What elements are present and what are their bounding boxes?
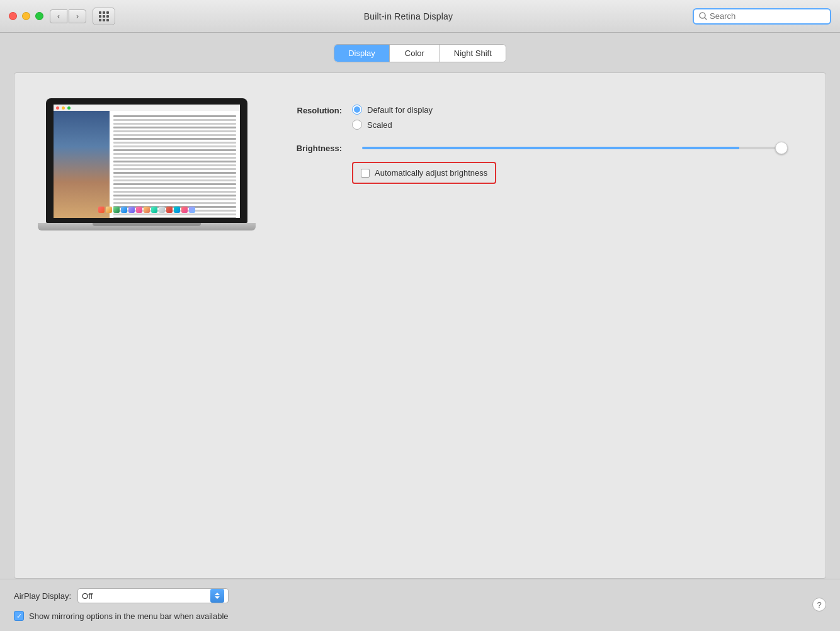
- dock-icon: [189, 207, 195, 213]
- auto-brightness-label: Automatically adjust brightness: [375, 168, 487, 178]
- brightness-slider-container[interactable]: [362, 147, 781, 149]
- menu-dot-green: [67, 106, 71, 110]
- dock-icon: [106, 207, 112, 213]
- window-title: Built-in Retina Display: [124, 11, 693, 21]
- traffic-lights: [9, 12, 43, 20]
- dock-icon: [121, 207, 127, 213]
- resolution-scaled-radio[interactable]: [352, 120, 362, 130]
- brightness-slider-track[interactable]: [362, 147, 781, 149]
- screen-main: [110, 111, 240, 218]
- dock-icon: [181, 207, 188, 213]
- resolution-scaled-label: Scaled: [367, 120, 392, 130]
- resolution-scaled-option[interactable]: Scaled: [352, 120, 433, 130]
- grid-icon: [99, 11, 109, 21]
- dock-icon: [98, 207, 105, 213]
- brightness-label: Brightness:: [273, 142, 342, 153]
- display-panel: Resolution: Default for display Scaled B…: [14, 72, 826, 579]
- dock-icon: [128, 207, 135, 213]
- back-button[interactable]: ‹: [50, 9, 67, 23]
- search-input[interactable]: [710, 11, 825, 21]
- laptop-dock: [54, 205, 240, 214]
- mirroring-label: Show mirroring options in the menu bar w…: [29, 611, 229, 621]
- settings-panel: Resolution: Default for display Scaled B…: [254, 92, 800, 196]
- screen-sidebar: [54, 111, 110, 218]
- dock-icon: [144, 207, 150, 213]
- airplay-select[interactable]: Off: [77, 588, 229, 603]
- dock-icon: [159, 207, 165, 213]
- resolution-radio-group: Default for display Scaled: [352, 105, 433, 130]
- tabs-container: Display Color Night Shift: [334, 44, 506, 62]
- airplay-label: AirPlay Display:: [14, 591, 71, 601]
- dock-icon: [174, 207, 180, 213]
- search-box[interactable]: [693, 8, 831, 25]
- menu-dot-yellow: [62, 106, 65, 110]
- laptop: [46, 98, 247, 230]
- screen-content: [54, 111, 240, 218]
- resolution-default-option[interactable]: Default for display: [352, 105, 433, 115]
- forward-button[interactable]: ›: [69, 9, 86, 23]
- laptop-foot: [93, 223, 201, 226]
- auto-brightness-checkbox[interactable]: [361, 169, 370, 178]
- tab-color[interactable]: Color: [390, 45, 440, 62]
- resolution-default-label: Default for display: [367, 105, 433, 115]
- minimize-button[interactable]: [22, 12, 30, 20]
- mirroring-checkbox[interactable]: ✓: [14, 611, 24, 621]
- laptop-base: [38, 223, 256, 230]
- nav-buttons: ‹ ›: [50, 9, 86, 23]
- brightness-row: Brightness:: [273, 142, 781, 153]
- bottom-left: AirPlay Display: Off ✓ Show mirroring op…: [14, 588, 229, 621]
- bottom-bar: AirPlay Display: Off ✓ Show mirroring op…: [0, 579, 840, 631]
- brightness-slider-thumb[interactable]: [775, 142, 788, 154]
- tabs-row: Display Color Night Shift: [0, 33, 840, 72]
- laptop-screen-outer: [46, 98, 247, 223]
- resolution-row: Resolution: Default for display Scaled: [273, 105, 781, 130]
- mirroring-row: ✓ Show mirroring options in the menu bar…: [14, 611, 229, 621]
- resolution-default-radio[interactable]: [352, 105, 362, 115]
- tab-night-shift[interactable]: Night Shift: [440, 45, 506, 62]
- laptop-screen-inner: [54, 105, 240, 218]
- resolution-label: Resolution:: [273, 105, 342, 115]
- titlebar: ‹ › Built-in Retina Display: [0, 0, 840, 33]
- grid-button[interactable]: [93, 8, 115, 25]
- dock-icon: [151, 207, 157, 213]
- auto-brightness-box: Automatically adjust brightness: [352, 162, 496, 184]
- laptop-menubar: [54, 105, 240, 111]
- help-button[interactable]: ?: [812, 598, 826, 611]
- dock-icon: [113, 207, 120, 213]
- main-content: Display Color Night Shift: [0, 33, 840, 631]
- auto-brightness-row: Automatically adjust brightness: [273, 162, 781, 184]
- select-arrows-icon: [210, 589, 224, 603]
- tab-display[interactable]: Display: [334, 45, 390, 62]
- dock-icon: [136, 207, 142, 213]
- search-icon: [699, 12, 707, 20]
- airplay-value: Off: [82, 591, 93, 601]
- dock-icon: [166, 207, 173, 213]
- laptop-illustration: [40, 98, 254, 230]
- maximize-button[interactable]: [35, 12, 43, 20]
- airplay-row: AirPlay Display: Off: [14, 588, 229, 603]
- menu-dot-red: [56, 106, 59, 110]
- svg-line-1: [705, 18, 707, 20]
- close-button[interactable]: [9, 12, 17, 20]
